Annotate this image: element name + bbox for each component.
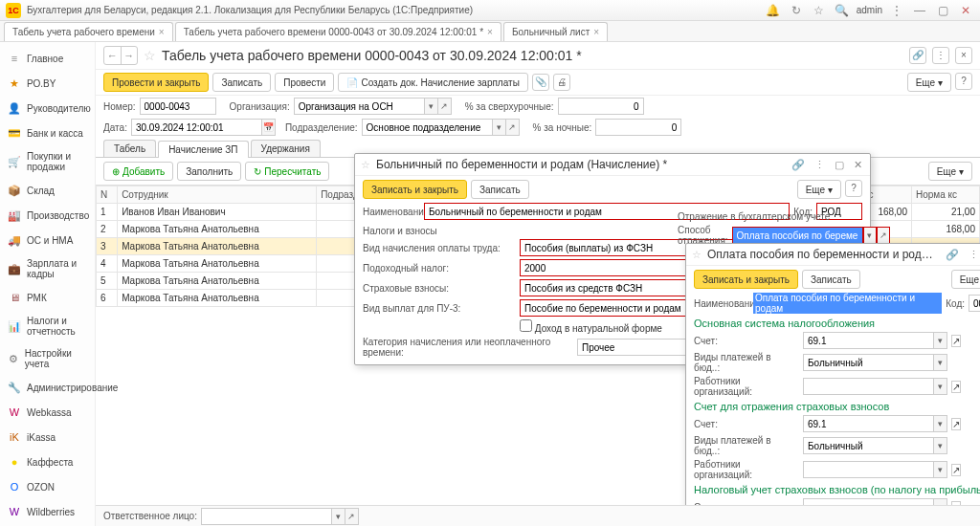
open-icon[interactable]: ↗ bbox=[951, 335, 961, 347]
open-icon[interactable]: ↗ bbox=[438, 98, 452, 115]
post-and-close-button[interactable]: Провести и закрыть bbox=[103, 73, 209, 92]
close-doc-icon[interactable]: × bbox=[955, 47, 972, 64]
open-icon[interactable]: ↗ bbox=[877, 227, 890, 244]
more-menu-icon[interactable]: ⋮ bbox=[932, 47, 949, 64]
overtime-field[interactable] bbox=[558, 98, 644, 115]
close-tab-icon[interactable]: × bbox=[159, 27, 165, 37]
sidebar-item-1[interactable]: ★РО.BY bbox=[0, 71, 95, 96]
open-icon[interactable]: ↗ bbox=[345, 508, 359, 525]
help-icon[interactable]: ? bbox=[845, 180, 862, 197]
table-more-button[interactable]: Еще ▾ bbox=[928, 162, 972, 181]
maximize-icon[interactable]: ▢ bbox=[934, 4, 951, 17]
fill-button[interactable]: Заполнить bbox=[177, 162, 241, 181]
more-icon[interactable]: ⋮ bbox=[967, 249, 980, 261]
dropdown-icon[interactable]: ▾ bbox=[934, 461, 947, 478]
dialog-star-icon[interactable]: ☆ bbox=[361, 159, 370, 171]
col-header[interactable]: Норма кс bbox=[911, 186, 979, 204]
sidebar-item-8[interactable]: 💼Зарплата и кадры bbox=[0, 252, 95, 285]
user-label[interactable]: admin bbox=[857, 5, 882, 15]
sidebar-item-6[interactable]: 🏭Производство bbox=[0, 203, 95, 228]
sidebar-item-5[interactable]: 📦Склад bbox=[0, 178, 95, 203]
calendar-icon[interactable]: 📅 bbox=[262, 119, 276, 136]
close-tab-icon[interactable]: × bbox=[487, 27, 493, 37]
notif-icon[interactable]: 🔔 bbox=[765, 4, 782, 17]
nav-back-forward[interactable]: ←→ bbox=[103, 46, 138, 65]
subtab-deductions[interactable]: Удержания bbox=[251, 140, 321, 157]
sidebar-item-15[interactable]: ●Каффеста bbox=[0, 449, 95, 474]
recalc-button[interactable]: ↻Пересчитать bbox=[245, 162, 329, 181]
link-icon[interactable]: 🔗 bbox=[909, 47, 926, 64]
org-field[interactable] bbox=[294, 98, 425, 115]
sidebar-item-13[interactable]: WWebkassa bbox=[0, 400, 95, 425]
dropdown-icon[interactable]: ▾ bbox=[863, 227, 877, 244]
dropdown-icon[interactable]: ▾ bbox=[934, 354, 947, 371]
fav-icon[interactable]: ☆ bbox=[811, 4, 828, 17]
attach-icon[interactable]: 📎 bbox=[532, 74, 549, 91]
minimize-icon[interactable]: — bbox=[911, 4, 928, 17]
account-field[interactable] bbox=[803, 332, 934, 349]
col-header[interactable]: Сотрудник bbox=[118, 186, 317, 204]
add-button[interactable]: ⊕Добавить bbox=[103, 162, 173, 181]
help-icon[interactable]: ? bbox=[955, 73, 972, 90]
sidebar-item-9[interactable]: 🖥РМК bbox=[0, 285, 95, 310]
more-icon[interactable]: ⋮ bbox=[813, 159, 827, 171]
close-tab-icon[interactable]: × bbox=[593, 27, 599, 37]
link-icon[interactable]: 🔗 bbox=[944, 249, 961, 261]
search-icon[interactable]: 🔍 bbox=[834, 4, 851, 17]
night-field[interactable] bbox=[595, 119, 681, 136]
sidebar-item-11[interactable]: ⚙Настройки учета bbox=[0, 342, 95, 375]
doctab-2[interactable]: Больничный лист× bbox=[503, 22, 608, 41]
open-icon[interactable]: ↗ bbox=[506, 119, 520, 136]
write-button[interactable]: Записать bbox=[212, 73, 271, 92]
dropdown-icon[interactable]: ▾ bbox=[934, 332, 947, 349]
history-icon[interactable]: ↻ bbox=[788, 4, 805, 17]
sidebar-item-14[interactable]: iKiKassa bbox=[0, 425, 95, 449]
create-payroll-button[interactable]: 📄Создать док. Начисление зарплаты bbox=[338, 73, 527, 92]
dlg1-write-button[interactable]: Записать bbox=[471, 180, 529, 199]
close-app-icon[interactable]: ✕ bbox=[957, 4, 974, 17]
reflection-field[interactable] bbox=[732, 227, 863, 244]
sidebar-item-0[interactable]: ≡Главное bbox=[0, 46, 95, 71]
dlg2-write-button[interactable]: Записать bbox=[802, 270, 860, 289]
workers-field[interactable] bbox=[803, 378, 934, 395]
link-icon[interactable]: 🔗 bbox=[790, 159, 807, 171]
sidebar-item-16[interactable]: OOZON bbox=[0, 474, 95, 499]
more-button[interactable]: Еще ▾ bbox=[907, 73, 951, 92]
dept-field[interactable] bbox=[362, 119, 493, 136]
subtab-payroll[interactable]: Начисление ЗП bbox=[158, 141, 248, 158]
dialog-star-icon[interactable]: ☆ bbox=[692, 249, 702, 261]
post-button[interactable]: Провести bbox=[275, 73, 334, 92]
maximize-icon[interactable]: ▢ bbox=[833, 159, 846, 171]
dlg2-code-field[interactable] bbox=[969, 295, 980, 312]
budget-field[interactable] bbox=[803, 354, 934, 371]
sidebar-item-12[interactable]: 🔧Администрирование bbox=[0, 375, 95, 400]
dropdown-icon[interactable]: ▾ bbox=[425, 98, 438, 115]
dlg2-save-close-button[interactable]: Записать и закрыть bbox=[694, 270, 798, 289]
date-field[interactable] bbox=[131, 119, 262, 136]
dropdown-icon[interactable]: ▾ bbox=[493, 119, 506, 136]
sidebar-item-2[interactable]: 👤Руководителю bbox=[0, 96, 95, 121]
dlg1-more-button[interactable]: Еще ▾ bbox=[797, 180, 841, 199]
sidebar-item-7[interactable]: 🚚ОС и НМА bbox=[0, 228, 95, 252]
user-menu-icon[interactable]: ⋮ bbox=[888, 4, 905, 17]
sidebar-item-10[interactable]: 📊Налоги и отчетность bbox=[0, 310, 95, 342]
col-header[interactable]: N bbox=[97, 186, 118, 204]
dlg2-more-button[interactable]: Еще ▾ bbox=[951, 270, 980, 289]
budget2-field[interactable] bbox=[803, 437, 934, 454]
open-icon[interactable]: ↗ bbox=[951, 418, 961, 430]
workers2-field[interactable] bbox=[803, 461, 934, 478]
sidebar-item-3[interactable]: 💳Банк и касса bbox=[0, 121, 95, 145]
close-dialog-icon[interactable]: ✕ bbox=[852, 159, 864, 171]
dropdown-icon[interactable]: ▾ bbox=[934, 437, 947, 454]
subtab-table[interactable]: Табель bbox=[103, 140, 156, 157]
sidebar-item-17[interactable]: WWildberries bbox=[0, 499, 95, 524]
dlg2-name-field[interactable]: Оплата пособия по беременности и родам bbox=[753, 293, 942, 314]
dlg1-save-close-button[interactable]: Записать и закрыть bbox=[363, 180, 467, 199]
open-icon[interactable]: ↗ bbox=[951, 381, 961, 393]
resp-field[interactable] bbox=[201, 508, 332, 525]
dropdown-icon[interactable]: ▾ bbox=[934, 378, 947, 395]
account2-field[interactable] bbox=[803, 415, 934, 432]
dropdown-icon[interactable]: ▾ bbox=[332, 508, 345, 525]
doctab-1[interactable]: Табель учета рабочего времени 0000-0043 … bbox=[175, 22, 501, 41]
number-field[interactable] bbox=[140, 98, 216, 115]
